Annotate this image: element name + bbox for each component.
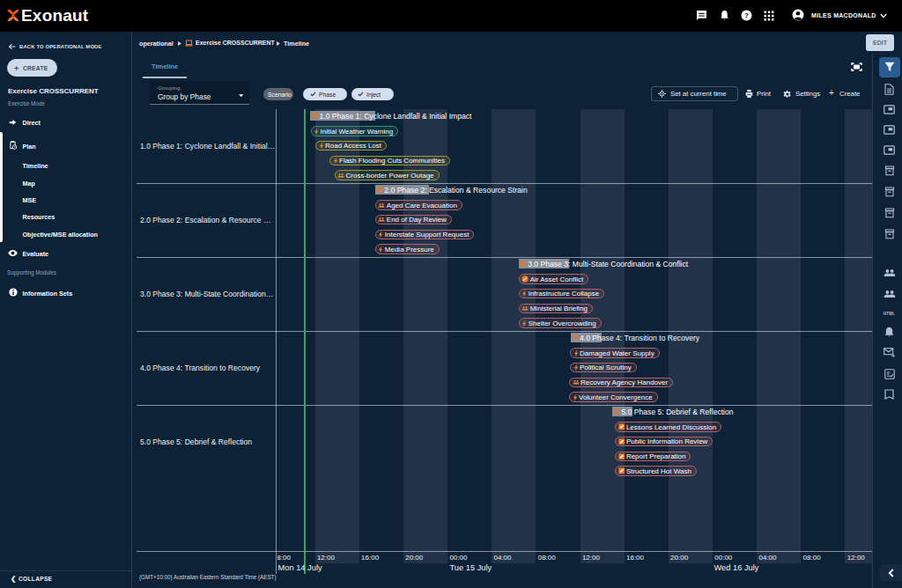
svg-text:?: ? [744, 11, 749, 19]
